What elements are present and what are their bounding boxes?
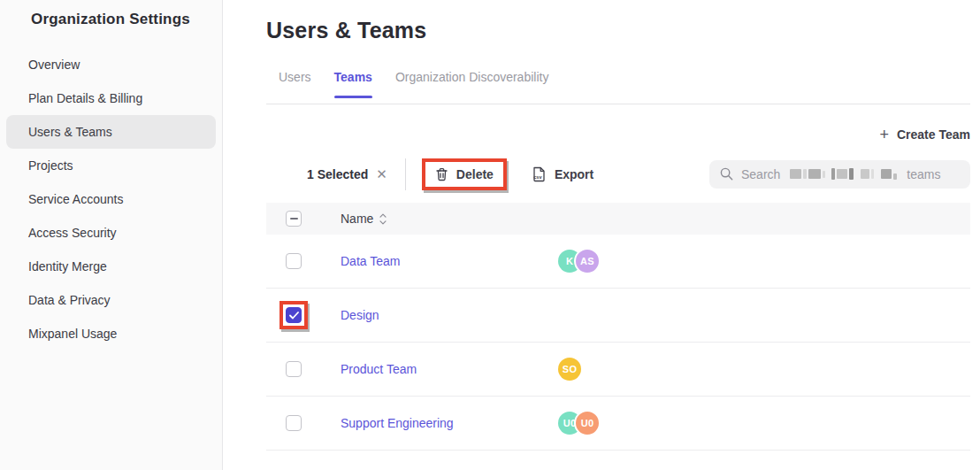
search-input[interactable]: Search teams [709, 160, 970, 189]
sidebar-title: Organization Settings [0, 11, 222, 28]
selected-count-label: 1 Selected [307, 167, 368, 181]
tab-organization-discoverability[interactable]: Organization Discoverability [395, 70, 549, 104]
selection-toolbar: 1 Selected ✕ Delete csv Export [266, 153, 970, 195]
clear-selection-icon[interactable]: ✕ [376, 167, 387, 181]
teams-table: Name Data Team K AS [266, 203, 970, 451]
indeterminate-mark [290, 218, 298, 220]
tab-bar: Users Teams Organization Discoverability [266, 70, 970, 104]
sidebar-item-identity-merge[interactable]: Identity Merge [6, 250, 216, 283]
sidebar-item-mixpanel-usage[interactable]: Mixpanel Usage [6, 317, 216, 351]
table-row: Data Team K AS [266, 235, 970, 289]
create-team-button[interactable]: + Create Team [879, 127, 970, 142]
team-avatars: K AS [558, 248, 970, 274]
page-title: Users & Teams [266, 18, 970, 43]
row-checkbox[interactable] [286, 307, 302, 323]
team-avatars: U0 U0 [558, 410, 970, 436]
sidebar-item-users-teams[interactable]: Users & Teams [6, 115, 216, 149]
table-header-row: Name [266, 203, 970, 235]
tab-teams[interactable]: Teams [334, 70, 372, 104]
table-row: Support Engineering U0 U0 [266, 397, 970, 451]
search-placeholder-prefix: Search [741, 167, 780, 181]
delete-button[interactable]: Delete [425, 162, 503, 187]
sidebar-item-projects[interactable]: Projects [6, 149, 216, 182]
sidebar-item-service-accounts[interactable]: Service Accounts [6, 182, 216, 216]
checkbox-highlight-box [279, 301, 308, 329]
create-team-row: + Create Team [266, 127, 970, 142]
sort-icon [379, 213, 387, 225]
sidebar: Organization Settings Overview Plan Deta… [0, 0, 223, 470]
row-checkbox[interactable] [286, 415, 302, 431]
table-row: Product Team SO [266, 343, 970, 397]
export-button[interactable]: csv Export [532, 166, 593, 182]
name-header-label: Name [341, 212, 373, 226]
delete-label: Delete [456, 167, 494, 181]
team-avatars: SO [558, 358, 970, 381]
select-all-checkbox[interactable] [286, 211, 302, 227]
avatar: SO [558, 358, 581, 381]
redacted-org-name [790, 168, 897, 180]
trash-icon [435, 167, 448, 181]
sidebar-nav: Overview Plan Details & Billing Users & … [0, 48, 222, 351]
svg-text:csv: csv [533, 174, 542, 180]
search-icon [720, 167, 733, 181]
team-name-link[interactable]: Product Team [341, 362, 417, 376]
team-name-link[interactable]: Support Engineering [341, 416, 454, 430]
row-checkbox[interactable] [286, 361, 302, 377]
team-name-link[interactable]: Data Team [341, 254, 400, 268]
avatar: U0 [574, 410, 601, 436]
check-icon [289, 312, 299, 320]
create-team-label: Create Team [897, 127, 970, 142]
sidebar-item-data-privacy[interactable]: Data & Privacy [6, 283, 216, 317]
delete-highlight-box: Delete [422, 158, 507, 190]
name-column-header[interactable]: Name [341, 212, 558, 226]
plus-icon: + [879, 128, 889, 141]
sidebar-item-access-security[interactable]: Access Security [6, 216, 216, 250]
avatar: AS [574, 248, 601, 274]
toolbar-divider [405, 158, 406, 190]
main-content: Users & Teams Users Teams Organization D… [223, 0, 980, 470]
team-name-link[interactable]: Design [341, 308, 379, 322]
search-placeholder-suffix: teams [907, 167, 940, 181]
table-row: Design [266, 289, 970, 343]
tab-users[interactable]: Users [279, 70, 311, 104]
export-label: Export [555, 167, 593, 181]
csv-file-icon: csv [532, 166, 547, 182]
sidebar-item-plan-details-billing[interactable]: Plan Details & Billing [6, 81, 216, 115]
selected-count-group: 1 Selected ✕ [307, 167, 387, 181]
row-checkbox[interactable] [286, 253, 302, 269]
sidebar-item-overview[interactable]: Overview [6, 48, 216, 81]
